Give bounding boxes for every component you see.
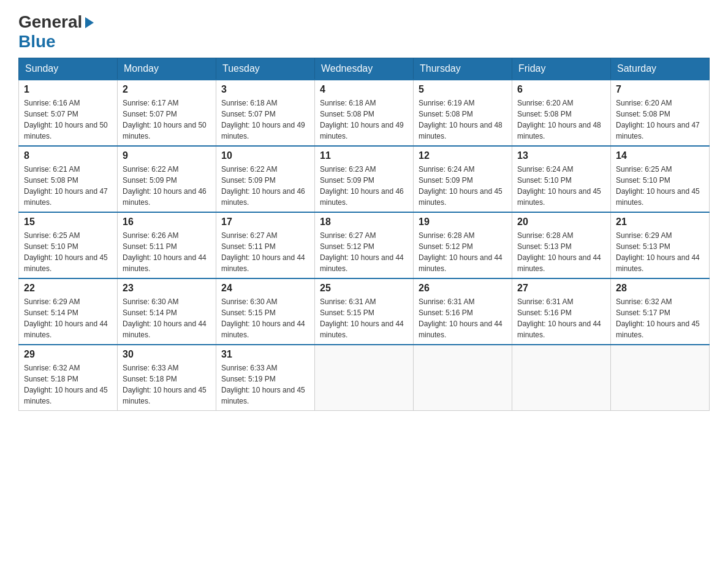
logo-blue-text: Blue <box>18 32 56 52</box>
page-header: General Blue <box>18 12 710 52</box>
calendar-cell: 15Sunrise: 6:25 AMSunset: 5:10 PMDayligh… <box>19 212 118 278</box>
day-info: Sunrise: 6:25 AMSunset: 5:10 PMDaylight:… <box>616 164 704 208</box>
day-number: 25 <box>320 283 408 294</box>
day-number: 3 <box>221 84 309 95</box>
calendar-cell: 29Sunrise: 6:32 AMSunset: 5:18 PMDayligh… <box>19 345 118 411</box>
calendar-cell: 6Sunrise: 6:20 AMSunset: 5:08 PMDaylight… <box>512 80 611 146</box>
day-number: 7 <box>616 84 704 95</box>
day-info: Sunrise: 6:31 AMSunset: 5:16 PMDaylight:… <box>419 296 507 340</box>
calendar-cell: 22Sunrise: 6:29 AMSunset: 5:14 PMDayligh… <box>19 278 118 345</box>
calendar-cell: 11Sunrise: 6:23 AMSunset: 5:09 PMDayligh… <box>315 146 414 212</box>
calendar-cell: 4Sunrise: 6:18 AMSunset: 5:08 PMDaylight… <box>315 80 414 146</box>
day-info: Sunrise: 6:18 AMSunset: 5:08 PMDaylight:… <box>320 98 408 142</box>
day-header-monday: Monday <box>118 58 216 80</box>
day-info: Sunrise: 6:31 AMSunset: 5:16 PMDaylight:… <box>517 296 605 340</box>
day-info: Sunrise: 6:25 AMSunset: 5:10 PMDaylight:… <box>24 230 112 274</box>
day-header-thursday: Thursday <box>414 58 512 80</box>
day-number: 6 <box>517 84 605 95</box>
day-info: Sunrise: 6:32 AMSunset: 5:18 PMDaylight:… <box>24 362 112 407</box>
day-number: 28 <box>616 283 704 294</box>
day-header-friday: Friday <box>512 58 611 80</box>
calendar-cell: 16Sunrise: 6:26 AMSunset: 5:11 PMDayligh… <box>118 212 216 278</box>
day-info: Sunrise: 6:19 AMSunset: 5:08 PMDaylight:… <box>419 98 507 142</box>
calendar-cell: 20Sunrise: 6:28 AMSunset: 5:13 PMDayligh… <box>512 212 611 278</box>
calendar-cell: 30Sunrise: 6:33 AMSunset: 5:18 PMDayligh… <box>118 345 216 411</box>
day-number: 29 <box>24 349 112 360</box>
day-info: Sunrise: 6:29 AMSunset: 5:14 PMDaylight:… <box>24 296 112 340</box>
week-row-5: 29Sunrise: 6:32 AMSunset: 5:18 PMDayligh… <box>19 345 710 411</box>
day-header-sunday: Sunday <box>19 58 118 80</box>
day-number: 4 <box>320 84 408 95</box>
day-info: Sunrise: 6:33 AMSunset: 5:19 PMDaylight:… <box>221 362 309 407</box>
day-info: Sunrise: 6:33 AMSunset: 5:18 PMDaylight:… <box>123 362 211 407</box>
day-number: 21 <box>616 216 704 228</box>
calendar-cell: 14Sunrise: 6:25 AMSunset: 5:10 PMDayligh… <box>611 146 710 212</box>
day-info: Sunrise: 6:30 AMSunset: 5:14 PMDaylight:… <box>123 296 211 340</box>
day-number: 26 <box>419 283 507 294</box>
day-info: Sunrise: 6:29 AMSunset: 5:13 PMDaylight:… <box>616 230 704 274</box>
day-info: Sunrise: 6:20 AMSunset: 5:08 PMDaylight:… <box>517 98 605 142</box>
calendar-cell: 13Sunrise: 6:24 AMSunset: 5:10 PMDayligh… <box>512 146 611 212</box>
day-info: Sunrise: 6:30 AMSunset: 5:15 PMDaylight:… <box>221 296 309 340</box>
day-number: 19 <box>419 216 507 228</box>
calendar-cell <box>315 345 414 411</box>
week-row-1: 1Sunrise: 6:16 AMSunset: 5:07 PMDaylight… <box>19 80 710 146</box>
day-header-tuesday: Tuesday <box>216 58 315 80</box>
calendar-cell: 21Sunrise: 6:29 AMSunset: 5:13 PMDayligh… <box>611 212 710 278</box>
logo-text: General <box>18 12 94 32</box>
day-info: Sunrise: 6:17 AMSunset: 5:07 PMDaylight:… <box>123 98 211 142</box>
day-number: 30 <box>123 349 211 360</box>
day-info: Sunrise: 6:20 AMSunset: 5:08 PMDaylight:… <box>616 98 704 142</box>
day-number: 27 <box>517 283 605 294</box>
logo-general-text: General <box>18 12 82 32</box>
week-row-4: 22Sunrise: 6:29 AMSunset: 5:14 PMDayligh… <box>19 278 710 345</box>
calendar-cell: 5Sunrise: 6:19 AMSunset: 5:08 PMDaylight… <box>414 80 512 146</box>
day-number: 22 <box>24 283 112 294</box>
day-number: 20 <box>517 216 605 228</box>
calendar-cell: 18Sunrise: 6:27 AMSunset: 5:12 PMDayligh… <box>315 212 414 278</box>
day-number: 15 <box>24 216 112 228</box>
calendar-cell: 3Sunrise: 6:18 AMSunset: 5:07 PMDaylight… <box>216 80 315 146</box>
calendar-cell: 7Sunrise: 6:20 AMSunset: 5:08 PMDaylight… <box>611 80 710 146</box>
calendar-cell: 19Sunrise: 6:28 AMSunset: 5:12 PMDayligh… <box>414 212 512 278</box>
day-info: Sunrise: 6:22 AMSunset: 5:09 PMDaylight:… <box>123 164 211 208</box>
day-number: 18 <box>320 216 408 228</box>
day-number: 24 <box>221 283 309 294</box>
days-header-row: SundayMondayTuesdayWednesdayThursdayFrid… <box>19 58 710 80</box>
day-info: Sunrise: 6:27 AMSunset: 5:12 PMDaylight:… <box>320 230 408 274</box>
calendar-cell <box>611 345 710 411</box>
day-info: Sunrise: 6:23 AMSunset: 5:09 PMDaylight:… <box>320 164 408 208</box>
day-number: 8 <box>24 150 112 161</box>
calendar-cell: 27Sunrise: 6:31 AMSunset: 5:16 PMDayligh… <box>512 278 611 345</box>
calendar-cell: 31Sunrise: 6:33 AMSunset: 5:19 PMDayligh… <box>216 345 315 411</box>
day-info: Sunrise: 6:18 AMSunset: 5:07 PMDaylight:… <box>221 98 309 142</box>
day-number: 14 <box>616 150 704 161</box>
day-number: 1 <box>24 84 112 95</box>
day-info: Sunrise: 6:22 AMSunset: 5:09 PMDaylight:… <box>221 164 309 208</box>
calendar-cell: 8Sunrise: 6:21 AMSunset: 5:08 PMDaylight… <box>19 146 118 212</box>
day-info: Sunrise: 6:21 AMSunset: 5:08 PMDaylight:… <box>24 164 112 208</box>
calendar-cell: 10Sunrise: 6:22 AMSunset: 5:09 PMDayligh… <box>216 146 315 212</box>
day-info: Sunrise: 6:28 AMSunset: 5:13 PMDaylight:… <box>517 230 605 274</box>
logo: General Blue <box>18 12 94 52</box>
calendar-cell: 1Sunrise: 6:16 AMSunset: 5:07 PMDaylight… <box>19 80 118 146</box>
day-header-saturday: Saturday <box>611 58 710 80</box>
calendar-cell: 9Sunrise: 6:22 AMSunset: 5:09 PMDaylight… <box>118 146 216 212</box>
day-info: Sunrise: 6:32 AMSunset: 5:17 PMDaylight:… <box>616 296 704 340</box>
day-number: 16 <box>123 216 211 228</box>
calendar-cell: 12Sunrise: 6:24 AMSunset: 5:09 PMDayligh… <box>414 146 512 212</box>
calendar-cell: 24Sunrise: 6:30 AMSunset: 5:15 PMDayligh… <box>216 278 315 345</box>
calendar-cell: 2Sunrise: 6:17 AMSunset: 5:07 PMDaylight… <box>118 80 216 146</box>
day-info: Sunrise: 6:28 AMSunset: 5:12 PMDaylight:… <box>419 230 507 274</box>
day-number: 13 <box>517 150 605 161</box>
calendar-cell <box>414 345 512 411</box>
calendar-cell: 28Sunrise: 6:32 AMSunset: 5:17 PMDayligh… <box>611 278 710 345</box>
day-info: Sunrise: 6:26 AMSunset: 5:11 PMDaylight:… <box>123 230 211 274</box>
day-number: 9 <box>123 150 211 161</box>
calendar-cell <box>512 345 611 411</box>
calendar-table: SundayMondayTuesdayWednesdayThursdayFrid… <box>18 58 710 411</box>
calendar-cell: 23Sunrise: 6:30 AMSunset: 5:14 PMDayligh… <box>118 278 216 345</box>
calendar-cell: 26Sunrise: 6:31 AMSunset: 5:16 PMDayligh… <box>414 278 512 345</box>
day-info: Sunrise: 6:31 AMSunset: 5:15 PMDaylight:… <box>320 296 408 340</box>
day-number: 10 <box>221 150 309 161</box>
